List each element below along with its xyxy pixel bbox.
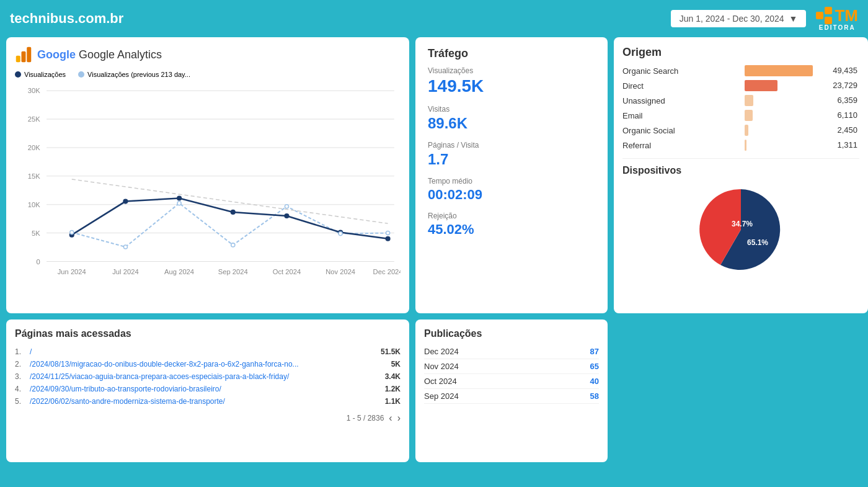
pub-val: 65 (574, 362, 599, 371)
paginas-next-btn[interactable]: › (397, 413, 401, 424)
paginas-num: 1. (15, 347, 30, 356)
svg-text:15K: 15K (28, 172, 40, 180)
origem-bar-wrap: 6,110 (745, 110, 825, 121)
logo: TM EDITORA (816, 7, 858, 31)
svg-text:Aug 2024: Aug 2024 (164, 268, 194, 275)
date-range-selector[interactable]: Jun 1, 2024 - Dec 30, 2024 ▼ (671, 10, 807, 27)
pub-row: Nov 2024 65 (424, 359, 599, 374)
origem-value: 1,311 (837, 140, 857, 150)
paginas-val: 3.4K (370, 372, 401, 381)
paginas-num: 3. (15, 372, 30, 381)
origem-name: Organic Search (622, 66, 745, 76)
origem-value: 49,435 (833, 66, 857, 75)
rejeicao-label: Rejeição (428, 212, 595, 220)
paginas-row: 4. /2024/09/30/um-tributo-ao-transporte-… (15, 383, 401, 395)
svg-text:Oct 2024: Oct 2024 (273, 268, 301, 275)
origem-bar (745, 95, 753, 106)
paginas-title: Páginas mais acessadas (15, 328, 401, 339)
origem-row: Unassigned 6,359 (622, 95, 859, 106)
svg-point-36 (123, 245, 127, 249)
origem-bar (745, 140, 746, 151)
chart-legend: Visualizações Visualizações (previous 21… (15, 71, 401, 78)
analytics-card: Google Google Analytics Visualizações Vi… (6, 37, 409, 313)
svg-point-32 (284, 213, 289, 218)
logo-icon: TM (816, 7, 858, 24)
svg-text:20K: 20K (28, 144, 40, 151)
origem-title: Origem (622, 46, 859, 59)
pie-chart-container: 34.7% 65.1% (622, 180, 859, 279)
paginas-label: Páginas / Visita (428, 141, 595, 150)
visitas-value: 89.6K (428, 115, 595, 132)
svg-point-34 (386, 236, 391, 241)
paginas-row: 3. /2024/11/25/viacao-aguia-branca-prepa… (15, 370, 401, 383)
svg-point-41 (386, 231, 390, 235)
pie-chart: 34.7% 65.1% (685, 180, 797, 279)
publicacoes-table: Dec 2024 87 Nov 2024 65 Oct 2024 40 Sep … (424, 344, 599, 404)
paginas-value: 1.7 (428, 151, 595, 168)
rejeicao-value: 45.02% (428, 221, 595, 238)
origem-bar (745, 65, 813, 76)
svg-rect-5 (27, 47, 31, 63)
paginas-num: 4. (15, 385, 30, 393)
origem-name: Referral (622, 141, 745, 150)
svg-line-27 (72, 179, 388, 223)
pub-row: Dec 2024 87 (424, 344, 599, 359)
pub-date: Nov 2024 (424, 362, 574, 371)
svg-text:10K: 10K (28, 201, 40, 208)
svg-point-39 (285, 205, 288, 208)
dropdown-arrow[interactable]: ▼ (789, 14, 798, 24)
date-range-value: Jun 1, 2024 - Dec 30, 2024 (680, 14, 784, 24)
paginas-url[interactable]: /2024/09/30/um-tributo-ao-transporte-rod… (30, 385, 370, 393)
paginas-url[interactable]: / (30, 347, 370, 356)
origem-bar-wrap: 49,435 (745, 65, 825, 76)
origem-value: 6,359 (837, 96, 857, 105)
paginas-url[interactable]: /2024/11/25/viacao-aguia-branca-prepara-… (30, 372, 370, 381)
origem-bar (745, 110, 753, 121)
publicacoes-card: Publicações Dec 2024 87 Nov 2024 65 Oct … (415, 319, 608, 462)
svg-text:5K: 5K (32, 230, 40, 237)
svg-rect-1 (825, 7, 832, 14)
svg-text:30K: 30K (28, 87, 40, 94)
paginas-prev-btn[interactable]: ‹ (389, 413, 392, 424)
paginas-val: 1.1K (370, 397, 401, 406)
paginas-num: 2. (15, 360, 30, 369)
svg-point-29 (123, 199, 128, 204)
visitas-label: Visitas (428, 105, 595, 114)
svg-text:Jul 2024: Jul 2024 (112, 268, 138, 275)
origem-name: Email (622, 111, 745, 120)
svg-rect-3 (16, 56, 20, 63)
origem-row: Email 6,110 (622, 110, 859, 121)
origem-row: Organic Search 49,435 (622, 65, 859, 76)
pub-date: Sep 2024 (424, 391, 574, 401)
pub-val: 40 (574, 377, 599, 386)
paginas-page-info: 1 - 5 / 2836 (347, 414, 384, 422)
paginas-url[interactable]: /2022/06/02/santo-andre-moderniza-sistem… (30, 397, 370, 406)
origem-bar-wrap: 1,311 (745, 140, 825, 151)
origem-name: Organic Social (622, 126, 745, 135)
origem-row: Direct 23,729 (622, 80, 859, 91)
paginas-url[interactable]: /2024/08/13/migracao-do-onibus-double-de… (30, 360, 370, 369)
paginas-val: 1.2K (370, 385, 401, 393)
origem-name: Unassigned (622, 96, 745, 105)
visualizacoes-label: Visualizações (428, 66, 595, 75)
paginas-val: 51.5K (370, 347, 401, 356)
paginas-row: 2. /2024/08/13/migracao-do-onibus-double… (15, 358, 401, 370)
paginas-row: 1. / 51.5K (15, 346, 401, 358)
origem-value: 23,729 (833, 81, 857, 90)
tempo-value: 00:02:09 (428, 187, 595, 203)
paginas-card: Páginas mais acessadas 1. / 51.5K 2. /20… (6, 319, 409, 462)
legend-prev: Visualizações (previous 213 day... (78, 71, 190, 78)
paginas-val: 5K (370, 360, 401, 369)
svg-rect-2 (825, 17, 832, 24)
legend-current: Visualizações (15, 71, 66, 78)
ga-icon (15, 46, 32, 63)
svg-text:Sep 2024: Sep 2024 (218, 268, 248, 275)
logo-svg (816, 7, 833, 24)
origem-bar (745, 125, 748, 136)
pub-row: Sep 2024 58 (424, 389, 599, 404)
publicacoes-title: Publicações (424, 328, 599, 339)
origem-bar-wrap: 2,450 (745, 125, 825, 136)
legend-dot-prev (78, 71, 84, 78)
svg-text:65.1%: 65.1% (747, 238, 768, 247)
svg-rect-4 (22, 51, 26, 63)
